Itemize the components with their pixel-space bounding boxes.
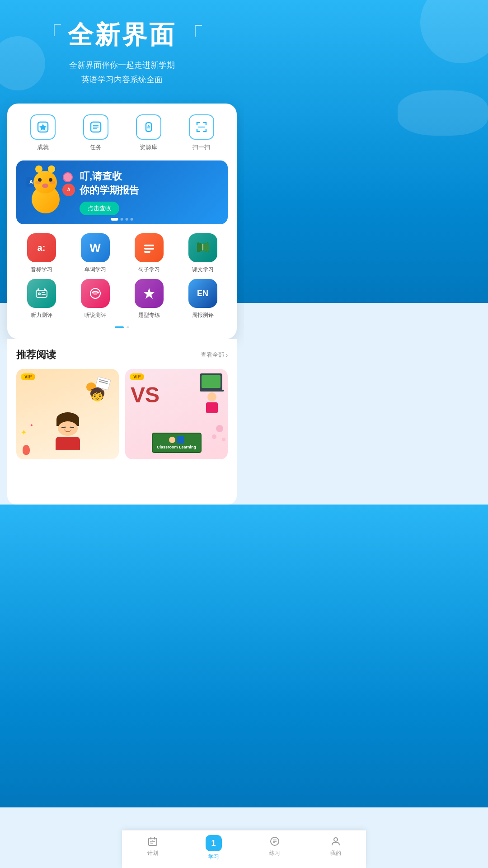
lessons-label: 课文学习 bbox=[192, 266, 214, 274]
feature-lessons[interactable]: 课文学习 bbox=[178, 233, 228, 274]
banner-pagination bbox=[111, 218, 133, 221]
svg-rect-16 bbox=[42, 294, 46, 295]
svg-rect-8 bbox=[144, 245, 154, 246]
banner-button[interactable]: 点击查收 bbox=[80, 202, 119, 215]
feature-speaking[interactable]: 听说测评 bbox=[70, 279, 120, 319]
weekly-icon: EN bbox=[188, 279, 217, 308]
svg-point-14 bbox=[39, 293, 40, 294]
resources-icon bbox=[136, 114, 161, 140]
header: 「 全新界面 」 全新界面伴你一起走进新学期 英语学习内容系统全面 bbox=[0, 0, 244, 96]
svg-rect-12 bbox=[36, 290, 47, 297]
achievements-label: 成就 bbox=[37, 143, 49, 151]
chevron-right-icon: › bbox=[226, 352, 228, 359]
lessons-icon bbox=[188, 233, 217, 262]
features-pagination bbox=[16, 326, 228, 328]
svg-rect-15 bbox=[42, 292, 45, 293]
svg-rect-10 bbox=[144, 251, 150, 253]
feature-sentences[interactable]: 句子学习 bbox=[124, 233, 174, 274]
banner[interactable]: A A bbox=[16, 160, 228, 225]
reading-more-button[interactable]: 查看全部 › bbox=[201, 351, 228, 359]
scan-label: 扫一扫 bbox=[192, 143, 210, 151]
feature-words[interactable]: W 单词学习 bbox=[70, 233, 120, 274]
resources-label: 资源库 bbox=[140, 143, 157, 151]
sentences-label: 句子学习 bbox=[138, 266, 160, 274]
main-card: 成就 任务 资源库 bbox=[7, 104, 237, 340]
banner-mascot: A A bbox=[25, 170, 75, 215]
features-grid: a: 音标学习 W 单词学习 句子学习 bbox=[16, 233, 228, 319]
achievements-icon bbox=[30, 114, 56, 140]
exercise-icon bbox=[135, 279, 164, 308]
words-icon: W bbox=[81, 233, 110, 262]
header-subtitle: 全新界面伴你一起走进新学期 英语学习内容系统全面 bbox=[14, 58, 230, 87]
header-title-wrapper: 「 全新界面 」 bbox=[14, 18, 230, 52]
quick-action-achievements[interactable]: 成就 bbox=[30, 114, 56, 151]
speaking-icon bbox=[81, 279, 110, 308]
feature-exercise[interactable]: 题型专练 bbox=[124, 279, 174, 319]
svg-marker-22 bbox=[144, 288, 155, 299]
svg-rect-9 bbox=[144, 248, 154, 250]
classroom-learning-text: Classroom Learning bbox=[156, 445, 197, 449]
feature-weekly[interactable]: EN 周报测评 bbox=[178, 279, 228, 319]
bracket-left: 「 bbox=[40, 24, 63, 47]
reading-cards: VIP bbox=[16, 369, 228, 459]
banner-text: 叮,请查收 你的学期报告 点击查收 bbox=[75, 170, 219, 216]
reading-header: 推荐阅读 查看全部 › bbox=[16, 348, 228, 362]
features-page-1 bbox=[115, 326, 124, 328]
phonics-icon: a: bbox=[27, 233, 56, 262]
svg-point-21 bbox=[97, 292, 99, 293]
features-page-2 bbox=[127, 326, 129, 328]
feature-phonics[interactable]: a: 音标学习 bbox=[16, 233, 66, 274]
banner-dot-3 bbox=[126, 218, 128, 221]
quick-action-tasks[interactable]: 任务 bbox=[83, 114, 108, 151]
page-title: 全新界面 bbox=[68, 18, 176, 52]
banner-title: 叮,请查收 你的学期报告 bbox=[80, 170, 219, 198]
words-label: 单词学习 bbox=[84, 266, 106, 274]
banner-dot-1 bbox=[111, 218, 118, 221]
feature-listening[interactable]: 听力测评 bbox=[16, 279, 66, 319]
exercise-label: 题型专练 bbox=[138, 311, 160, 319]
quick-actions-row: 成就 任务 资源库 bbox=[16, 114, 228, 151]
speaking-label: 听说测评 bbox=[84, 311, 106, 319]
vs-text: VS bbox=[131, 382, 160, 407]
reading-card-2[interactable]: VIP VS bbox=[125, 369, 228, 459]
sentences-icon bbox=[135, 233, 164, 262]
listening-icon bbox=[27, 279, 56, 308]
svg-rect-17 bbox=[38, 288, 39, 291]
phonics-label: 音标学习 bbox=[31, 266, 52, 274]
reading-section: 推荐阅读 查看全部 › VIP bbox=[7, 339, 237, 505]
quick-action-scan[interactable]: 扫一扫 bbox=[189, 114, 214, 151]
listening-label: 听力测评 bbox=[31, 311, 52, 319]
tasks-label: 任务 bbox=[90, 143, 102, 151]
weekly-label: 周报测评 bbox=[192, 311, 214, 319]
svg-marker-1 bbox=[39, 124, 47, 131]
reading-title: 推荐阅读 bbox=[16, 348, 56, 362]
reading-card-1[interactable]: VIP bbox=[16, 369, 119, 459]
bracket-right: 」 bbox=[181, 24, 204, 47]
banner-dot-4 bbox=[131, 218, 133, 221]
svg-rect-18 bbox=[44, 288, 46, 291]
tasks-icon bbox=[83, 114, 108, 140]
banner-dot-2 bbox=[121, 218, 123, 221]
svg-point-20 bbox=[92, 292, 94, 293]
vip-badge-2: VIP bbox=[130, 373, 144, 380]
quick-action-resources[interactable]: 资源库 bbox=[136, 114, 161, 151]
scan-icon bbox=[189, 114, 214, 140]
